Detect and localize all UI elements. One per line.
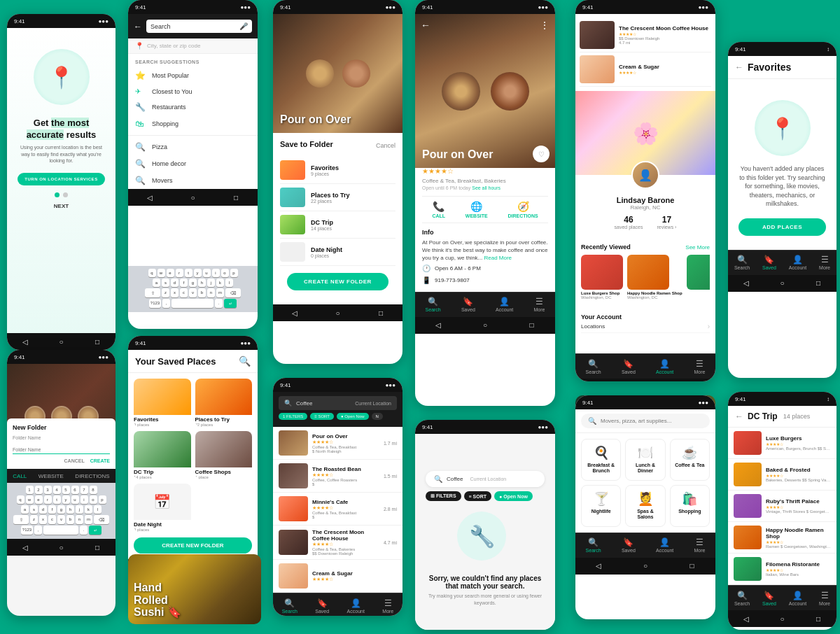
grid-item-dc[interactable]: DC Trip 14 places	[134, 431, 191, 479]
website-tab[interactable]: WEBSITE	[38, 473, 64, 479]
call-action[interactable]: 📞 CALL	[432, 201, 445, 218]
category-nightlife[interactable]: 🍸 Nightlife	[581, 485, 621, 527]
sort-button[interactable]: ≡ SORT	[464, 491, 491, 501]
suggestion-most-popular[interactable]: ⭐ Most Popular	[128, 67, 258, 84]
home-nav[interactable]: ○	[55, 336, 66, 347]
sort-chip[interactable]: ≡ SORT	[310, 413, 334, 420]
tab-saved[interactable]: 🔖 Saved	[622, 537, 636, 553]
key-4[interactable]: 4	[53, 486, 61, 494]
tab-more[interactable]: ☰ More	[382, 598, 393, 614]
next-button[interactable]: NEXT	[54, 203, 69, 209]
website-action[interactable]: 🌐 WEBSITE	[465, 201, 488, 218]
recents-nav[interactable]: □	[92, 336, 103, 347]
place-item-filomena[interactable]: Filomena Ristorante ★★★★☆ Italian, Wine …	[728, 554, 836, 585]
tab-saved[interactable]: 🔖 Saved	[762, 591, 776, 606]
back-button[interactable]: ←	[421, 20, 430, 31]
category-shopping[interactable]: 🛍️ Shopping	[670, 485, 710, 527]
tab-more[interactable]: ☰ More	[819, 255, 830, 270]
place-item-ruby[interactable]: Ruby's Thrift Palace ★★★★☆ Vintage, Thri…	[728, 491, 836, 522]
tab-search[interactable]: 🔍 Search	[426, 297, 441, 312]
folder-name-input[interactable]	[13, 446, 110, 454]
key-3[interactable]: 3	[44, 486, 52, 494]
tab-search[interactable]: 🔍 Search	[586, 359, 601, 374]
call-tab[interactable]: CALL	[13, 473, 27, 479]
more-chip[interactable]: N	[372, 413, 383, 420]
tab-search[interactable]: 🔍 Search	[734, 255, 750, 270]
tab-more[interactable]: ☰ More	[819, 591, 830, 606]
result-minnies[interactable]: Minnie's Cafe ★★★★☆ Coffee & Tea, Breakf…	[273, 493, 402, 526]
see-hours[interactable]: See all hours	[472, 185, 500, 190]
suggestion-restaurants[interactable]: 🔧 Restaurants	[128, 99, 258, 115]
add-places-button[interactable]: ADD PLACES	[738, 218, 826, 236]
create-label[interactable]: CREATE	[90, 458, 110, 463]
grid-item-places[interactable]: Places to Try 22 places	[195, 379, 253, 427]
modal-cancel-button[interactable]: Cancel	[376, 142, 396, 149]
tab-account[interactable]: 👤 Account	[656, 359, 673, 374]
turn-on-location-button[interactable]: TURN ON LOCATION SERVICES	[18, 173, 105, 185]
create-folder-button[interactable]: CREATE NEW FOLDER	[287, 273, 388, 290]
suggestion-pizza[interactable]: 🔍 Pizza	[128, 139, 258, 155]
back-arrow-icon[interactable]: ←	[735, 411, 743, 421]
tab-saved[interactable]: 🔖 Saved	[461, 297, 475, 312]
result-roasted-bean[interactable]: The Roasted Bean ★★★★☆ Coffee, Coffee Ro…	[273, 460, 402, 493]
rv-item-ramen[interactable]: Happy Noodle Ramen Shop Washington, DC	[627, 255, 682, 300]
key-1[interactable]: 1	[26, 486, 34, 494]
tab-saved[interactable]: 🔖 Saved	[315, 598, 329, 614]
result-cream-sugar[interactable]: Cream & Sugar ★★★★☆	[273, 560, 402, 593]
location-row[interactable]: 📍 City, state or zip code	[128, 38, 258, 54]
result-crescent[interactable]: The Crescent Moon Coffee House ★★★★☆ $$ …	[580, 18, 711, 52]
search-input[interactable]	[601, 418, 703, 424]
key-6[interactable]: 6	[71, 486, 79, 494]
key-8[interactable]: 8	[90, 486, 97, 494]
tab-account[interactable]: 👤 Account	[789, 591, 806, 606]
category-coffee[interactable]: ☕ Coffee & Tea	[670, 439, 710, 481]
search-bar[interactable]: 🔍	[581, 414, 710, 428]
search-bar[interactable]: 🔍 Coffee Current Location	[279, 396, 397, 410]
grid-item-coffee[interactable]: Coffee Shops 1 place	[195, 431, 253, 479]
directions-tab[interactable]: DIRECTIONS	[75, 473, 109, 479]
category-breakfast[interactable]: 🍳 Breakfast & Brunch	[581, 439, 621, 481]
read-more-link[interactable]: Read More	[484, 255, 512, 261]
back-nav[interactable]: ◁	[20, 336, 31, 347]
see-more-link[interactable]: See More	[685, 244, 710, 251]
search-icon[interactable]: 🔍	[239, 355, 251, 367]
tab-account[interactable]: 👤 Account	[347, 598, 365, 614]
place-item-ramen[interactable]: Happy Noodle Ramen Shop ★★★★☆ Ramen $ Ge…	[728, 522, 836, 554]
folder-item-date[interactable]: Date Night 0 places	[280, 239, 396, 266]
key-2[interactable]: 2	[35, 486, 43, 494]
tab-search[interactable]: 🔍 Search	[282, 598, 298, 614]
open-now-button[interactable]: ● Open Now	[494, 491, 533, 501]
tab-more[interactable]: ☰ More	[533, 297, 545, 312]
category-spas[interactable]: 💆 Spas & Salons	[625, 485, 665, 527]
suggestion-closest[interactable]: ✈ Closest to You	[128, 84, 258, 99]
key-5[interactable]: 5	[62, 486, 70, 494]
suggestion-home-decor[interactable]: 🔍 Home decor	[128, 155, 258, 172]
more-button[interactable]: ⋮	[540, 20, 550, 31]
back-arrow-icon[interactable]: ←	[735, 62, 743, 72]
filters-chip[interactable]: 1 FILTERS	[279, 413, 307, 420]
search-bar[interactable]: 🔍 Coffee Current Location	[426, 471, 545, 487]
folder-item-dc[interactable]: DC Trip 14 places	[280, 211, 396, 239]
tab-search[interactable]: 🔍 Search	[586, 537, 601, 553]
category-lunch[interactable]: 🍽️ Lunch & Dinner	[625, 439, 665, 481]
cancel-label[interactable]: CANCEL	[64, 458, 85, 463]
suggestion-movers[interactable]: 🔍 Movers	[128, 172, 258, 189]
tab-search[interactable]: 🔍 Search	[734, 591, 750, 606]
mic-icon[interactable]: 🎤	[239, 22, 248, 30]
tab-more[interactable]: ☰ More	[694, 537, 705, 553]
directions-action[interactable]: 🧭 DIRECTIONS	[507, 201, 538, 218]
back-arrow-icon[interactable]: ←	[134, 22, 142, 31]
tab-more[interactable]: ☰ More	[694, 359, 705, 374]
tab-account[interactable]: 👤 Account	[656, 537, 673, 553]
place-item-baked[interactable]: Baked & Frosted ★★★★☆ Bakeries, Desserts…	[728, 459, 836, 491]
folder-item-places[interactable]: Places to Try 22 places	[280, 184, 396, 211]
search-input[interactable]: Search 🎤	[146, 20, 252, 33]
key-7[interactable]: 7	[80, 486, 88, 494]
suggestion-shopping[interactable]: 🛍 Shopping	[128, 115, 258, 132]
tab-account[interactable]: 👤 Account	[789, 255, 806, 270]
save-button[interactable]: ♡	[533, 146, 550, 162]
grid-item-favorites[interactable]: Favorites 9 places	[134, 379, 191, 427]
place-item-burgers[interactable]: Luxe Burgers ★★★★☆ American, Burgers, Br…	[728, 428, 836, 459]
result-pour-on-over[interactable]: Pour on Over ★★★★☆ Coffee & Tea, Breakfa…	[273, 427, 402, 460]
create-folder-button[interactable]: CREATE NEW FOLDER	[134, 537, 252, 554]
